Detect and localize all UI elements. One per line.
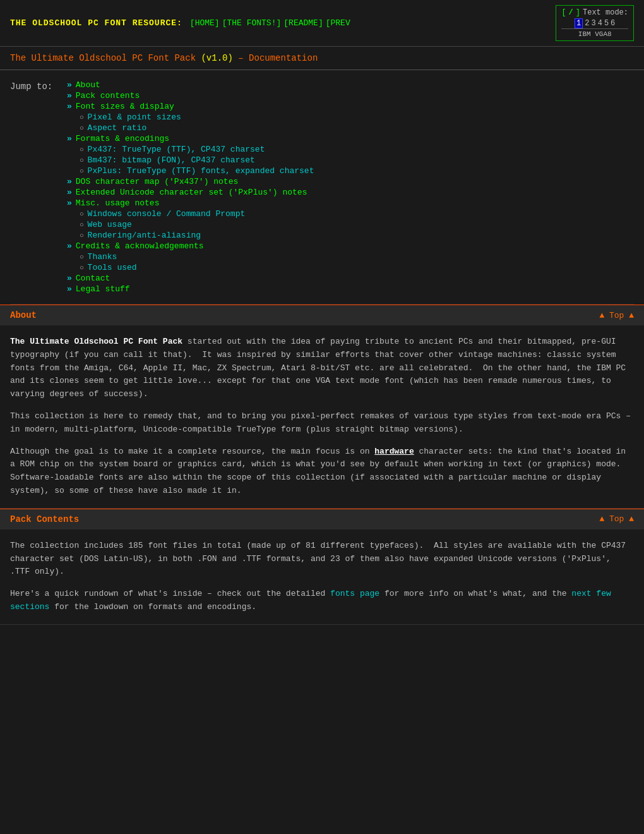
jump-sub-link-bm437[interactable]: Bm437: bitmap (FON), CP437 charset: [88, 155, 255, 165]
main-content: Jump to: » About » Pack contents » Font …: [0, 70, 644, 625]
jump-link-misc[interactable]: Misc. usage notes: [76, 198, 160, 208]
jump-to-section: Jump to: » About » Pack contents » Font …: [10, 70, 634, 305]
page-title: The Ultimate Oldschool PC Font Pack (v1.…: [10, 53, 318, 63]
tm-num-4[interactable]: 4: [598, 19, 602, 28]
about-section-content: The Ultimate Oldschool PC Font Pack star…: [10, 325, 634, 508]
jump-arrow-about: »: [67, 80, 72, 90]
about-hardware-emphasis: hardware: [374, 447, 414, 456]
pack-divider: [0, 624, 644, 625]
jump-links: » About » Pack contents » Font sizes & d…: [67, 80, 314, 294]
tm-num-3[interactable]: 3: [591, 19, 595, 28]
jump-arrow-contact: »: [67, 274, 72, 283]
pack-section-content: The collection includes 185 font files i…: [10, 529, 634, 624]
text-mode-widget: [ / ] Text mode: 1 2 3 4 5 6 IBM VGA8: [556, 5, 634, 41]
jump-circle-bm437: ○: [80, 157, 84, 164]
pack-para-1: The collection includes 185 font files i…: [10, 540, 634, 579]
pack-text-2c: for the lowdown on formats and encodings…: [49, 602, 256, 612]
about-para-3: Although the goal is to make it a comple…: [10, 445, 634, 498]
jump-link-legal[interactable]: Legal stuff: [76, 284, 130, 294]
page-title-text: The Ultimate Oldschool PC Font Pack: [10, 53, 201, 63]
jump-sub-link-px437[interactable]: Px437: TrueType (TTF), CP437 charset: [88, 145, 265, 154]
jump-arrow-unicode: »: [67, 188, 72, 197]
jump-sub-link-web[interactable]: Web usage: [88, 220, 132, 229]
about-top-link[interactable]: ▲ Top ▲: [599, 311, 634, 320]
jump-sub-link-aspect[interactable]: Aspect ratio: [88, 123, 147, 133]
jump-sub-link-tools[interactable]: Tools used: [88, 263, 137, 272]
jump-circle-web: ○: [80, 221, 84, 229]
jump-circle-tools: ○: [80, 264, 84, 272]
jump-sub-bm437: ○ Bm437: bitmap (FON), CP437 charset: [67, 155, 314, 165]
jump-sub-px437: ○ Px437: TrueType (TTF), CP437 charset: [67, 145, 314, 154]
jump-sub-link-pxplus[interactable]: PxPlus: TrueType (TTF) fonts, expanded c…: [88, 166, 314, 176]
jump-sub-link-pixel[interactable]: Pixel & point sizes: [88, 112, 181, 122]
nav-home[interactable]: [HOME]: [190, 18, 220, 28]
jump-item-credits: » Credits & acknowledgements: [67, 241, 314, 251]
jump-circle-pixel: ○: [80, 114, 84, 121]
fonts-page-link[interactable]: fonts page: [330, 589, 379, 598]
nav-prev[interactable]: [PREV: [326, 18, 350, 28]
jump-sub-link-windows[interactable]: Windows console / Command Prompt: [88, 209, 246, 219]
jump-item-contact: » Contact: [67, 274, 314, 283]
jump-sub-tools: ○ Tools used: [67, 263, 314, 272]
site-title: THE OLDSCHOOL PC FONT RESOURCE:: [10, 18, 182, 28]
jump-circle-pxplus: ○: [80, 167, 84, 175]
jump-link-unicode[interactable]: Extended Unicode character set ('PxPlus'…: [76, 188, 307, 197]
pack-text-2b: for more info on what's what, and the: [379, 589, 571, 598]
jump-sub-link-rendering[interactable]: Rendering/anti-aliasing: [88, 231, 201, 240]
jump-arrow-credits: »: [67, 241, 72, 251]
tm-num-2[interactable]: 2: [585, 19, 589, 28]
about-section-title: About: [10, 310, 37, 320]
jump-link-about[interactable]: About: [76, 80, 100, 90]
jump-circle-px437: ○: [80, 146, 84, 154]
about-para-2: This collection is here to remedy that, …: [10, 410, 634, 437]
jump-circle-windows: ○: [80, 210, 84, 218]
jump-circle-thanks: ○: [80, 253, 84, 261]
page-title-version: (v1.0): [201, 53, 232, 63]
tm-bracket-close: ]: [576, 8, 580, 17]
jump-sub-aspect: ○ Aspect ratio: [67, 123, 314, 133]
jump-circle-rendering: ○: [80, 232, 84, 239]
jump-label: Jump to:: [10, 80, 67, 294]
about-text-2: This collection is here to remedy that, …: [10, 411, 631, 434]
about-section-header: About ▲ Top ▲: [0, 305, 644, 325]
nav-readme[interactable]: [README]: [283, 18, 323, 28]
jump-sub-thanks: ○ Thanks: [67, 252, 314, 262]
jump-item-formats: » Formats & encodings: [67, 134, 314, 143]
tm-numbers: 1 2 3 4 5 6: [575, 18, 615, 28]
pack-para-2: Here's a quick rundown of what's inside …: [10, 588, 634, 614]
jump-sub-windows: ○ Windows console / Command Prompt: [67, 209, 314, 219]
jump-item-fontsizes: » Font sizes & display: [67, 102, 314, 111]
tm-text-mode-label: Text mode:: [583, 8, 628, 17]
jump-circle-aspect: ○: [80, 124, 84, 132]
tm-num-6[interactable]: 6: [611, 19, 615, 28]
jump-item-dos: » DOS character map ('Px437') notes: [67, 177, 314, 186]
jump-link-contact[interactable]: Contact: [76, 274, 110, 283]
jump-link-fontsizes[interactable]: Font sizes & display: [76, 102, 174, 111]
nav-fonts[interactable]: [THE FONTS!]: [222, 18, 282, 28]
jump-sub-pixel: ○ Pixel & point sizes: [67, 112, 314, 122]
jump-sub-link-thanks[interactable]: Thanks: [88, 252, 117, 262]
header: THE OLDSCHOOL PC FONT RESOURCE: [HOME] […: [0, 0, 644, 47]
jump-link-dos[interactable]: DOS character map ('Px437') notes: [76, 177, 238, 186]
jump-sub-rendering: ○ Rendering/anti-aliasing: [67, 231, 314, 240]
jump-link-credits[interactable]: Credits & acknowledgements: [76, 241, 204, 251]
pack-section-title: Pack Contents: [10, 514, 79, 524]
page-title-suffix: – Documentation: [233, 53, 318, 63]
pack-text-1: The collection includes 185 font files i…: [10, 541, 626, 577]
tm-num-5[interactable]: 5: [604, 19, 609, 28]
pack-top-link[interactable]: ▲ Top ▲: [599, 514, 634, 524]
jump-arrow-legal: »: [67, 284, 72, 294]
jump-link-formats[interactable]: Formats & encodings: [76, 134, 169, 143]
jump-item-misc: » Misc. usage notes: [67, 198, 314, 208]
jump-arrow-formats: »: [67, 134, 72, 143]
about-text-3a: Although the goal is to make it a comple…: [10, 447, 374, 456]
tm-num-1[interactable]: 1: [575, 18, 583, 28]
jump-arrow-pack: »: [67, 91, 72, 100]
jump-arrow-dos: »: [67, 177, 72, 186]
jump-sub-pxplus: ○ PxPlus: TrueType (TTF) fonts, expanded…: [67, 166, 314, 176]
jump-item-pack: » Pack contents: [67, 91, 314, 100]
jump-item-legal: » Legal stuff: [67, 284, 314, 294]
header-left: THE OLDSCHOOL PC FONT RESOURCE: [HOME] […: [10, 18, 350, 28]
jump-link-pack[interactable]: Pack contents: [76, 91, 140, 100]
page-title-bar: The Ultimate Oldschool PC Font Pack (v1.…: [0, 47, 644, 70]
